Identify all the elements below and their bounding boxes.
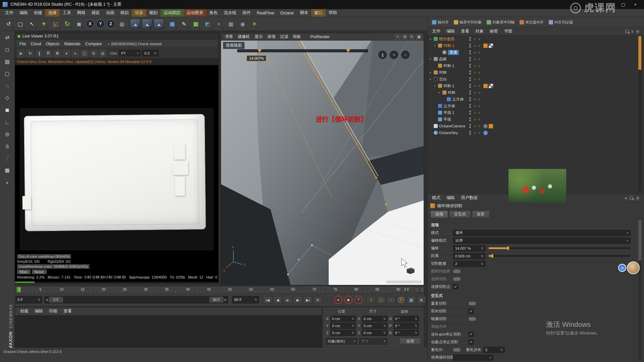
keyframe-selection-button[interactable]: ? <box>354 296 363 304</box>
add-cut-button[interactable]: + <box>390 51 398 59</box>
frame-selection-button[interactable]: ▢ <box>15 19 25 29</box>
material-menu-item[interactable]: 编辑 <box>32 307 46 315</box>
close-button[interactable]: × <box>629 2 641 7</box>
enable-snap-button[interactable]: S <box>2 141 13 152</box>
camera-button[interactable]: ◉ <box>237 19 248 29</box>
visibility-dots-icon[interactable] <box>469 124 471 128</box>
menu-item[interactable]: 脚本 <box>297 9 311 17</box>
region-select-button[interactable]: ▢ <box>80 49 89 57</box>
enable-check-icon[interactable]: ✓ <box>474 71 476 74</box>
enable-check-icon[interactable]: ✓ <box>478 91 481 95</box>
object-row[interactable]: ▾ 对称.1 ✓ ✓ <box>428 42 644 49</box>
separator[interactable] <box>165 19 166 28</box>
enable-check-icon[interactable]: ✓ <box>478 98 481 101</box>
viewport-solo-button[interactable]: ◎ <box>2 129 13 139</box>
menu-item[interactable]: 模拟 <box>117 9 132 17</box>
prorender-menu[interactable]: ProRender <box>308 34 332 40</box>
object-tag-icon[interactable] <box>483 84 488 88</box>
timeline-ruler[interactable]: 051015202530354045505560657075808590 0 F <box>15 286 424 293</box>
menu-item[interactable]: 雕刻 <box>146 9 161 17</box>
current-frame-field[interactable]: 0 F⇅ <box>15 296 42 303</box>
position-field[interactable]: 0 cm⇅ <box>330 330 356 336</box>
visibility-dots-icon[interactable] <box>469 84 471 88</box>
object-manager-menu-item[interactable]: 对象 <box>472 27 487 35</box>
enable-check-icon[interactable]: ✓ <box>478 77 481 81</box>
loop-button[interactable]: ↻ <box>313 296 323 304</box>
enable-check-icon[interactable]: ✓ <box>474 44 476 48</box>
generator-button[interactable]: ◩ <box>202 19 213 29</box>
object-tag-icon[interactable] <box>489 117 493 122</box>
enable-check-icon[interactable]: ✓ <box>474 104 476 108</box>
object-name[interactable]: 对称.1 <box>443 83 454 88</box>
menu-item[interactable]: 运动跟踪 <box>161 9 183 17</box>
viewport-zoom-button[interactable]: ⊕ <box>402 34 408 40</box>
enable-check-icon[interactable]: ✓ <box>474 131 476 135</box>
visibility-dots-icon[interactable] <box>469 97 471 101</box>
floor-button[interactable]: ▦ <box>226 19 236 29</box>
object-tag-icon[interactable] <box>489 77 493 81</box>
object-tag-icon[interactable] <box>489 90 493 95</box>
attribute-scrollbar[interactable] <box>638 220 641 361</box>
stepper-icon[interactable]: ⇅ <box>383 317 386 320</box>
visibility-dots-icon[interactable] <box>469 44 471 48</box>
menu-item[interactable]: 窗口 <box>311 9 326 17</box>
slider-handle-icon[interactable] <box>346 49 350 53</box>
polygons-mode-button[interactable]: ◼ <box>2 105 13 115</box>
channel-dropdown[interactable]: PT▾ <box>119 50 141 56</box>
stepper-icon[interactable]: ⇅ <box>481 254 483 258</box>
menu-item[interactable]: 动画 <box>103 9 117 17</box>
z-axis-lock-button[interactable]: Z <box>106 19 115 28</box>
menu-item[interactable]: 捕捉 <box>89 9 103 17</box>
material-menu-item[interactable]: 创建 <box>17 307 32 315</box>
expand-arrow-icon[interactable]: ▾ <box>434 44 438 47</box>
object-tag-icon[interactable] <box>483 50 488 55</box>
range-start-grip[interactable]: 0 F <box>49 297 63 303</box>
viewport-rotate-button[interactable]: ↻ <box>409 34 415 40</box>
workplane-mode-button[interactable]: ▢ <box>2 68 13 79</box>
object-name[interactable]: 对称.1 <box>443 63 454 68</box>
previous-frame-button[interactable]: ◀ <box>273 296 282 304</box>
object-name[interactable]: 平面 <box>443 117 451 122</box>
menu-item[interactable]: 流水线 <box>221 9 239 17</box>
settings-button[interactable]: ⚙ <box>53 49 61 57</box>
enable-check-icon[interactable]: ✓ <box>474 98 476 101</box>
enable-check-icon[interactable]: ✓ <box>478 124 481 128</box>
attribute-menu-item[interactable]: 用户数据 <box>458 194 481 202</box>
rotation-field[interactable]: 0 °⇅ <box>393 316 419 322</box>
viewport-pan-button[interactable]: + <box>395 34 401 40</box>
quantize-toggle[interactable] <box>453 348 461 352</box>
viewport-menu-item[interactable]: 选项 <box>265 33 278 40</box>
move-tool-button[interactable]: + <box>39 19 49 29</box>
object-row[interactable]: 立方体 ✓ ✓ <box>428 96 644 103</box>
object-tag-icon[interactable] <box>483 37 488 41</box>
enable-check-icon[interactable]: ✓ <box>478 111 481 115</box>
white-balance-picker-button[interactable]: ◎ <box>99 49 107 57</box>
play-button[interactable]: ▶ <box>283 296 292 304</box>
viewport-canvas[interactable]: Y X Z 透视视图 14.007% ∥+− 进行【循环 <box>221 41 424 285</box>
last-tool-button[interactable]: ◼ <box>74 19 84 29</box>
object-tag-icon[interactable] <box>489 57 493 61</box>
render-canvas[interactable]: Out-of-core used/max:0Kb/4Gb Grey8/16: 0… <box>15 65 218 283</box>
live-selection-button[interactable]: ↖ <box>27 19 37 29</box>
menu-item[interactable]: 创建 <box>31 9 45 17</box>
viewport-scrollbar[interactable] <box>386 281 422 283</box>
object-tag-icon[interactable] <box>483 77 488 81</box>
visibility-dots-icon[interactable] <box>469 37 471 41</box>
object-manager-scrollbar[interactable] <box>638 36 641 191</box>
visibility-dots-icon[interactable] <box>469 117 471 121</box>
object-tag-icon[interactable] <box>483 57 488 61</box>
maximize-button[interactable]: ▢ <box>617 2 629 7</box>
mode-dropdown[interactable]: 循环▾ <box>453 230 631 236</box>
object-name[interactable]: 空白 <box>439 77 447 82</box>
live-viewer-menu-item[interactable]: Compare <box>83 41 104 47</box>
stop-at-pole-checkbox[interactable]: ✓ <box>469 340 474 345</box>
object-name[interactable]: 平面.1 <box>443 110 454 115</box>
restrict-toggle[interactable] <box>453 269 461 273</box>
menu-item[interactable]: 渲染 <box>132 9 146 17</box>
use-loop-cut-dropdown[interactable]: ▾ <box>453 355 493 361</box>
object-row[interactable]: ▾ 细分曲面 ✓ ✓ <box>428 36 644 42</box>
menu-item[interactable]: 运动图形 <box>183 9 206 17</box>
end-frame-field[interactable]: 90 F⇅ <box>232 296 259 303</box>
lock-icon[interactable]: ◎ <box>636 196 639 200</box>
viewport-menu-item[interactable]: 面板 <box>290 33 303 40</box>
